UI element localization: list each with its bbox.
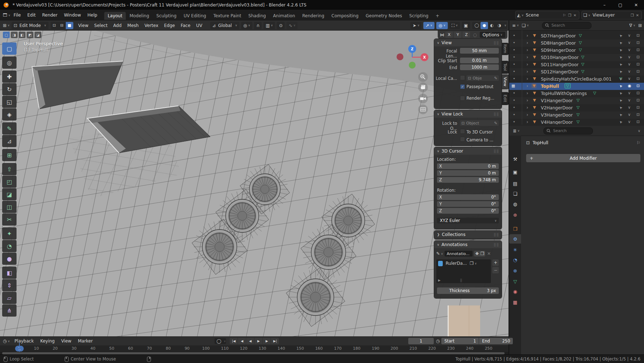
jump-to-end-button[interactable]: ▶| [271, 338, 279, 344]
workspace-tab-uv-editing[interactable]: UV Editing [180, 12, 210, 20]
cursor-location-x-field[interactable]: X0 m [437, 163, 499, 169]
layer-color-swatch[interactable] [438, 261, 443, 266]
blender-app-menu-icon[interactable]: 🗖 [3, 13, 7, 18]
outliner-row-sd7hangerdoor[interactable]: •›▼SD7HangerDoor▽➤∨⊡ [509, 32, 644, 40]
properties-tab-particles[interactable]: ✳ [509, 245, 521, 254]
add-modifier-button[interactable]: + Add Modifier [526, 154, 640, 162]
object-name[interactable]: SD7HangerDoor [541, 33, 576, 38]
viewlayer-selector[interactable]: ❏∨ ViewLayer ❐ ✕ [581, 11, 642, 19]
object-name[interactable]: SpindizzyHatchCircleBackup.001 [541, 77, 612, 82]
properties-tab-view-layer[interactable]: ❏ [509, 189, 521, 198]
outliner-row-v2hangerdoor[interactable]: •›▼V2HangerDoor▽➤∨⊡ [509, 104, 644, 112]
pin-icon[interactable]: ⚐ [636, 140, 640, 145]
selectable-pointer-icon[interactable]: ➤ [618, 105, 623, 110]
eyedropper-icon[interactable]: ✎ [494, 121, 497, 126]
expand-chevron-icon[interactable]: › [526, 69, 528, 74]
workspace-tab-geometry-nodes[interactable]: Geometry Nodes [362, 12, 406, 20]
camera-view-button[interactable] [418, 94, 428, 104]
onion-skin-icon[interactable]: ❐ [470, 261, 474, 266]
current-frame-field[interactable]: 1 [408, 338, 434, 344]
outliner-row-sd9hangerdoor[interactable]: •›▼SD9HangerDoor▽➤∨⊡ [509, 47, 644, 54]
properties-tab-object-data[interactable]: ▽ [509, 277, 521, 286]
object-name[interactable]: SD10HangerDoor [541, 55, 579, 60]
overlays-toggle[interactable]: ◎∨ [436, 22, 447, 29]
tool-knife[interactable]: ✂ [2, 213, 17, 226]
disable-in-renders-icon[interactable]: ⊡ [636, 98, 640, 103]
mirror-y-button[interactable]: Y [454, 32, 461, 38]
viewport-menu-select[interactable]: Select [94, 23, 107, 28]
disable-in-renders-icon[interactable]: ⊡ [636, 62, 640, 67]
expand-chevron-icon[interactable]: › [526, 91, 528, 96]
viewport-menu-add[interactable]: Add [113, 23, 121, 28]
xray-dropdown[interactable]: ⛶∨ [450, 22, 460, 29]
disable-in-renders-icon[interactable]: ⊡ [636, 91, 640, 95]
selectable-pointer-icon[interactable]: ➤ [618, 84, 623, 89]
display-mode-icon[interactable]: ≡ [512, 23, 516, 28]
face-select-button[interactable]: ■ [66, 22, 73, 29]
tool-loop-cut[interactable]: ◫ [2, 201, 17, 213]
proportional-edit-toggle[interactable]: ⊙ [277, 22, 285, 29]
viewport-menu-vertex[interactable]: Vertex [144, 23, 158, 28]
play-reverse-button[interactable]: ◀ [246, 338, 254, 344]
hide-in-viewport-icon[interactable]: ∨ [628, 112, 631, 117]
thickness-slider[interactable]: Thickness 3 px [437, 287, 499, 294]
tool-transform[interactable]: ◈ [2, 108, 17, 121]
timeline-menu-playback[interactable]: Playback [14, 339, 34, 344]
workspace-tab-animation[interactable]: Animation [270, 12, 299, 20]
unlink-icon[interactable]: ✕ [487, 251, 491, 256]
hide-in-viewport-icon[interactable]: ◉ [628, 83, 631, 88]
copy-icon[interactable]: ❐ [631, 13, 634, 17]
menu-edit[interactable]: Edit [24, 12, 39, 19]
expand-chevron-icon[interactable]: › [526, 55, 528, 60]
snap-toggle[interactable]: ∩ [254, 22, 262, 29]
properties-tab-constraints[interactable]: ⊗ [509, 266, 521, 275]
disable-in-renders-icon[interactable]: ⊡ [636, 47, 640, 52]
mirror-x-button[interactable]: X [445, 32, 453, 38]
pivot-point-dropdown[interactable]: ◎∨ [241, 22, 252, 29]
add-workspace-button[interactable]: + [432, 12, 443, 20]
resize-grip[interactable]: ⣿ [460, 278, 463, 282]
tool-shrink-fatten[interactable]: ⇕ [2, 279, 17, 291]
cursor-rotation-y-field[interactable]: Y0° [437, 201, 499, 207]
zoom-button[interactable] [418, 72, 428, 82]
options-button[interactable]: Options∨ [480, 32, 505, 38]
snap-target-dropdown[interactable]: ▥∨ [263, 22, 275, 29]
properties-tab-tool[interactable]: ⚒ [509, 154, 521, 164]
outliner-search[interactable] [542, 22, 592, 29]
jump-to-start-button[interactable]: |◀ [230, 338, 238, 344]
minimize-button[interactable]: – [597, 0, 612, 10]
disable-in-renders-icon[interactable]: ⊡ [636, 55, 640, 59]
object-name[interactable]: V1HangerDoor [541, 98, 573, 103]
copy-icon[interactable]: ❐ [480, 251, 484, 256]
hide-in-viewport-icon[interactable]: ∨ [628, 91, 631, 95]
cursor-location-z-field[interactable]: Z9.748 m [437, 177, 499, 183]
local-camera-field[interactable]: ⊡ Obje ✎ [466, 75, 499, 81]
fake-user-shield-icon[interactable]: ❖ [475, 251, 479, 256]
lock-to-3d-cursor-checkbox[interactable] [460, 129, 465, 134]
hide-in-viewport-icon[interactable]: ∨ [628, 105, 631, 110]
properties-tab-render[interactable]: ▣ [509, 167, 521, 177]
outliner-row-v3hangerdoor[interactable]: •›▼V3HangerDoor▽➤∨⊡ [509, 112, 644, 119]
eyedropper-icon[interactable]: ✎ [494, 76, 497, 81]
hide-in-viewport-icon[interactable]: ∨ [628, 33, 631, 38]
outliner-row-spindizzyhatchcirclebackup.001[interactable]: •›▼SpindizzyHatchCircleBackup.001▽➤∨⊡ [509, 76, 644, 83]
tool-move[interactable]: ✚ [2, 71, 17, 83]
tool-shear[interactable]: ▱ [2, 292, 17, 304]
expand-chevron-icon[interactable]: › [526, 47, 528, 53]
select-subtract-button[interactable]: ◧ [19, 32, 26, 38]
view-lock-header[interactable]: ∨View Lock⣿⣿ [434, 110, 502, 118]
hide-in-viewport-icon[interactable]: ∨ [628, 40, 631, 45]
toggle-ortho-button[interactable] [418, 105, 428, 114]
menu-render[interactable]: Render [39, 12, 61, 19]
expand-chevron-icon[interactable]: › [526, 33, 528, 38]
viewport-menu-view[interactable]: View [78, 23, 88, 28]
lock-to-object-field[interactable]: ⊡ Object ✎ [460, 120, 499, 126]
workspace-tab-compositing[interactable]: Compositing [328, 12, 362, 20]
selectable-pointer-icon[interactable]: ➤ [618, 113, 623, 118]
timeline-menu-marker[interactable]: Marker [78, 339, 93, 344]
properties-search[interactable] [543, 127, 593, 135]
frame-start-field[interactable]: Start1 [441, 338, 479, 344]
properties-tab-output[interactable]: ▤ [509, 179, 521, 188]
pin-icon[interactable]: ⚐ [563, 13, 566, 17]
editor-type-icon[interactable]: ⊞ [3, 23, 6, 28]
